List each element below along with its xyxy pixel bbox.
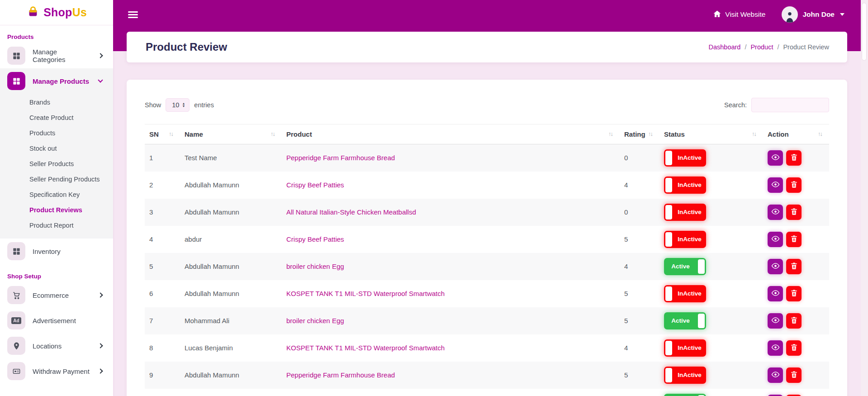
column-header-status[interactable]: ↑↓Status bbox=[659, 124, 763, 144]
status-label: InActive bbox=[678, 344, 702, 351]
sidebar-subitem-specification-key[interactable]: Specification Key bbox=[29, 187, 113, 202]
breadcrumb-dashboard[interactable]: Dashboard bbox=[708, 43, 740, 51]
delete-button[interactable] bbox=[786, 177, 802, 193]
column-header-product[interactable]: ↑↓Product bbox=[282, 124, 620, 144]
status-toggle[interactable]: InActive bbox=[664, 285, 706, 302]
search-input[interactable] bbox=[751, 98, 829, 112]
delete-button[interactable] bbox=[786, 313, 802, 329]
status-toggle[interactable]: InActive bbox=[664, 367, 706, 384]
view-button[interactable] bbox=[768, 395, 783, 396]
sidebar-subitem-stock-out[interactable]: Stock out bbox=[29, 141, 113, 156]
delete-button[interactable] bbox=[786, 286, 802, 301]
sidebar-subitem-seller-products[interactable]: Seller Products bbox=[29, 156, 113, 172]
status-toggle[interactable]: InActive bbox=[664, 231, 706, 248]
view-button[interactable] bbox=[768, 286, 783, 301]
sidebar-item-inventory[interactable]: Inventory bbox=[0, 239, 113, 264]
delete-button[interactable] bbox=[786, 205, 802, 220]
view-button[interactable] bbox=[768, 232, 783, 247]
view-button[interactable] bbox=[768, 259, 783, 274]
sidebar-subitem-brands[interactable]: Brands bbox=[29, 95, 113, 110]
delete-button[interactable] bbox=[786, 367, 802, 383]
status-toggle[interactable]: Active bbox=[664, 312, 706, 329]
sort-icon[interactable]: ↑↓ bbox=[648, 130, 655, 137]
sort-icon[interactable]: ↑↓ bbox=[270, 130, 277, 137]
column-header-action[interactable]: ↑↓Action bbox=[763, 124, 829, 144]
product-link[interactable]: Pepperidge Farm Farmhouse Bread bbox=[286, 154, 395, 162]
sidebar-subitem-product-report[interactable]: Product Report bbox=[29, 218, 113, 233]
sidebar-item-advertisement[interactable]: Ad Advertisement bbox=[0, 308, 113, 333]
sidebar-item-manage-products[interactable]: Manage Products bbox=[0, 68, 113, 94]
cell-rating: 5 bbox=[620, 226, 659, 253]
visit-website-link[interactable]: Visit Website bbox=[713, 10, 765, 20]
delete-button[interactable] bbox=[786, 340, 802, 356]
trash-icon bbox=[790, 234, 798, 244]
status-toggle[interactable]: InActive bbox=[664, 339, 706, 357]
table-row: 1 Test Name Pepperidge Farm Farmhouse Br… bbox=[145, 144, 829, 172]
delete-button[interactable] bbox=[786, 395, 802, 396]
sort-icon[interactable]: ↑↓ bbox=[752, 130, 759, 137]
status-toggle[interactable]: Active bbox=[664, 258, 706, 275]
trash-icon bbox=[790, 262, 798, 272]
delete-button[interactable] bbox=[786, 232, 802, 247]
view-button[interactable] bbox=[768, 205, 783, 220]
product-link[interactable]: KOSPET TANK T1 MIL-STD Waterproof Smartw… bbox=[286, 290, 445, 297]
breadcrumb-separator: / bbox=[745, 43, 746, 51]
user-menu[interactable]: John Doe bbox=[782, 6, 844, 23]
sidebar-subitem-products[interactable]: Products bbox=[29, 125, 113, 141]
menu-icon[interactable] bbox=[128, 10, 138, 19]
table-header-row: ↑↓SN ↑↓Name ↑↓Product ↑↓Rating ↑↓Status … bbox=[145, 124, 829, 144]
delete-button[interactable] bbox=[786, 150, 802, 166]
delete-button[interactable] bbox=[786, 259, 802, 274]
eye-icon bbox=[771, 289, 780, 299]
product-link[interactable]: Crispy Beef Patties bbox=[286, 181, 344, 189]
toggle-knob bbox=[665, 178, 672, 192]
page-size-select[interactable]: 10 ▲▼ bbox=[166, 98, 190, 112]
status-toggle[interactable]: InActive bbox=[664, 149, 706, 167]
sidebar-item-locations[interactable]: Locations bbox=[0, 333, 113, 358]
view-button[interactable] bbox=[768, 367, 783, 383]
column-header-sn[interactable]: ↑↓SN bbox=[145, 124, 180, 144]
product-link[interactable]: All Natural Italian-Style Chicken Meatba… bbox=[286, 208, 416, 216]
sidebar-item-ecommerce[interactable]: Ecommerce bbox=[0, 282, 113, 308]
sidebar-item-withdraw-payment[interactable]: Withdraw Payment bbox=[0, 358, 113, 384]
cell-name: abdur bbox=[180, 226, 282, 253]
view-button[interactable] bbox=[768, 150, 783, 166]
status-toggle[interactable]: InActive bbox=[664, 177, 706, 194]
product-link[interactable]: KOSPET TANK T1 MIL-STD Waterproof Smartw… bbox=[286, 344, 445, 352]
sidebar-subitem-seller-pending-products[interactable]: Seller Pending Products bbox=[29, 172, 113, 187]
view-button[interactable] bbox=[768, 340, 783, 356]
sidebar: ShopUs Products Manage Categories Manage… bbox=[0, 0, 113, 396]
product-link[interactable]: broiler chicken Egg bbox=[286, 317, 344, 324]
sort-icon[interactable]: ↑↓ bbox=[818, 130, 825, 137]
view-button[interactable] bbox=[768, 313, 783, 329]
trash-icon bbox=[790, 207, 798, 217]
status-toggle[interactable]: InActive bbox=[664, 204, 706, 221]
page-scrollbar[interactable] bbox=[861, 0, 868, 396]
breadcrumb-current: Product Review bbox=[783, 43, 829, 51]
breadcrumb-product[interactable]: Product bbox=[750, 43, 773, 51]
chevron-right-icon bbox=[98, 53, 103, 58]
sort-icon[interactable]: ↑↓ bbox=[608, 130, 615, 137]
sort-icon[interactable]: ↑↓ bbox=[169, 130, 175, 137]
product-link[interactable]: broiler chicken Egg bbox=[286, 262, 344, 270]
column-header-rating[interactable]: ↑↓Rating bbox=[620, 124, 659, 144]
section-label-products: Products bbox=[0, 27, 113, 43]
sidebar-item-label: Inventory bbox=[33, 248, 106, 255]
cell-name: Test Name bbox=[180, 144, 282, 172]
scrollbar-thumb[interactable] bbox=[862, 3, 867, 61]
sidebar-subitem-create-product[interactable]: Create Product bbox=[29, 110, 113, 125]
sidebar-subitem-product-reviews[interactable]: Product Reviews bbox=[29, 202, 113, 218]
brand-logo[interactable]: ShopUs bbox=[0, 0, 113, 25]
sidebar-item-label: Locations bbox=[33, 342, 91, 350]
chevron-right-icon bbox=[98, 292, 103, 297]
product-link[interactable]: Crispy Beef Patties bbox=[286, 235, 344, 243]
ad-icon: Ad bbox=[7, 311, 25, 329]
sidebar-item-manage-categories[interactable]: Manage Categories bbox=[0, 43, 113, 68]
eye-icon bbox=[771, 262, 780, 272]
column-header-name[interactable]: ↑↓Name bbox=[180, 124, 282, 144]
status-toggle[interactable]: Active bbox=[664, 394, 706, 396]
view-button[interactable] bbox=[768, 177, 783, 193]
table-row: 4 abdur Crispy Beef Patties 5 InActive bbox=[145, 226, 829, 253]
product-link[interactable]: Pepperidge Farm Farmhouse Bread bbox=[286, 371, 395, 379]
chevron-down-icon bbox=[840, 13, 844, 16]
